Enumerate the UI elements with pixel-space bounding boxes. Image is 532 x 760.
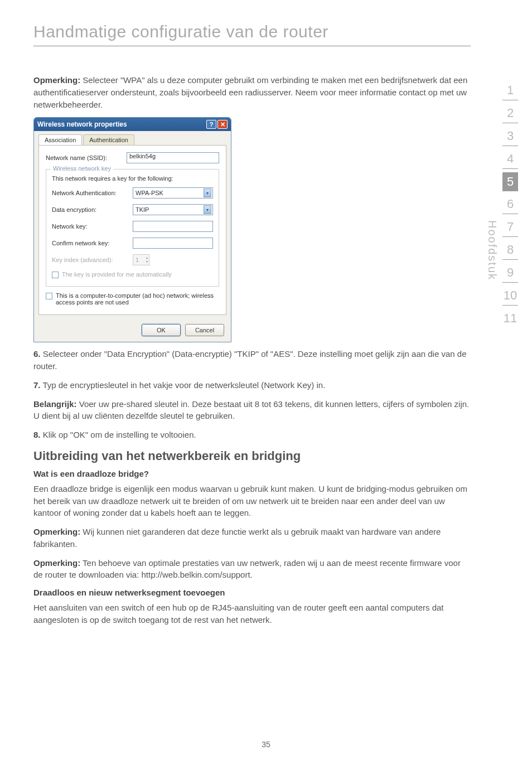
cancel-button[interactable]: Cancel — [185, 324, 224, 336]
chevron-down-icon: ▾ — [204, 205, 211, 214]
side-nav-item-3[interactable]: 3 — [502, 127, 518, 146]
title-underline — [33, 46, 471, 46]
ssid-label: Network name (SSID): — [46, 154, 121, 161]
opmerking-3-text: Ten behoeve van optimale prestaties van … — [33, 558, 461, 580]
adhoc-label: This is a computer-to-computer (ad hoc) … — [56, 292, 219, 306]
side-nav-item-7[interactable]: 7 — [502, 217, 518, 237]
step-7-label: 7. — [33, 380, 41, 390]
fieldset-text: This network requires a key for the foll… — [52, 175, 213, 182]
opmerking-1-text: Selecteer "WPA" als u deze computer gebr… — [33, 75, 467, 109]
spinner-arrows-icon: ▴▾ — [146, 256, 148, 264]
side-nav-item-9[interactable]: 9 — [502, 263, 518, 283]
key-index-value: 1 — [136, 256, 139, 263]
page-number: 35 — [0, 740, 532, 749]
step-6: 6. Selecteer onder "Data Encryption" (Da… — [33, 348, 471, 372]
side-nav-item-4[interactable]: 4 — [502, 149, 518, 169]
dialog-title: Wireless network properties — [37, 120, 127, 128]
confirm-key-label: Confirm network key: — [52, 240, 127, 246]
tabs-row: Association Authentication — [34, 131, 231, 145]
step-7-text: Typ de encryptiesleutel in het vakje voo… — [41, 380, 326, 390]
adhoc-checkbox[interactable] — [46, 293, 52, 299]
fieldset-legend: Wireless network key — [51, 165, 113, 172]
side-nav-item-11[interactable]: 11 — [502, 309, 518, 328]
segment-text: Het aansluiten van een switch of een hub… — [33, 602, 471, 626]
belangrijk-label: Belangrijk: — [33, 399, 77, 409]
titlebar-controls: ? ✕ — [206, 120, 228, 129]
auth-select[interactable]: WPA-PSK ▾ — [133, 187, 213, 199]
opmerking-3-label: Opmerking: — [33, 558, 80, 568]
close-icon[interactable]: ✕ — [217, 120, 228, 129]
step-6-text: Selecteer onder "Data Encryption" (Data-… — [33, 349, 467, 371]
side-nav-item-8[interactable]: 8 — [502, 240, 518, 260]
opmerking-2-label: Opmerking: — [33, 527, 80, 536]
ssid-input[interactable]: belkin54g — [127, 152, 219, 163]
auth-label: Network Authentication: — [52, 190, 127, 196]
step-8-label: 8. — [33, 430, 41, 439]
chevron-down-icon: ▾ — [204, 188, 211, 197]
opmerking-2-text: Wij kunnen niet garanderen dat deze func… — [33, 527, 441, 549]
section-heading: Uitbreiding van het netwerkbereik en bri… — [33, 449, 471, 463]
sub-heading-bridge: Wat is een draadloze bridge? — [33, 469, 471, 478]
side-nav-item-10[interactable]: 10 — [502, 286, 518, 306]
side-nav-item-5[interactable]: 5 — [502, 172, 518, 191]
ok-button[interactable]: OK — [142, 324, 181, 336]
sub-heading-segment: Draadloos en nieuw netwerksegment toevoe… — [33, 588, 471, 597]
side-label: Hoofdstuk — [486, 220, 499, 280]
key-index-label: Key index (advanced): — [52, 256, 127, 263]
dialog-titlebar: Wireless network properties ? ✕ — [34, 118, 231, 131]
page-title: Handmatige configuratie van de router — [33, 22, 471, 41]
side-nav-item-2[interactable]: 2 — [502, 104, 518, 123]
opmerking-2: Opmerking: Wij kunnen niet garanderen da… — [33, 526, 471, 550]
key-index-spinner: 1 ▴▾ — [133, 254, 149, 265]
enc-label: Data encryption: — [52, 206, 127, 213]
confirm-key-input[interactable] — [133, 238, 213, 249]
auth-value: WPA-PSK — [136, 190, 163, 196]
side-nav-item-6[interactable]: 6 — [502, 195, 518, 214]
auto-key-checkbox — [52, 272, 59, 278]
tab-association[interactable]: Association — [38, 134, 82, 145]
belangrijk: Belangrijk: Voer uw pre-shared sleutel i… — [33, 398, 471, 423]
step-8-text: Klik op "OK" om de instelling te voltooi… — [41, 430, 196, 439]
wireless-properties-dialog: Wireless network properties ? ✕ Associat… — [33, 117, 231, 342]
step-6-label: 6. — [33, 349, 41, 359]
network-key-input[interactable] — [133, 221, 213, 232]
network-key-label: Network key: — [52, 223, 127, 230]
side-nav: 1234567891011 — [502, 81, 518, 328]
tab-authentication[interactable]: Authentication — [83, 134, 134, 145]
opmerking-1: Opmerking: Selecteer "WPA" als u deze co… — [33, 74, 471, 110]
wireless-key-fieldset: Wireless network key This network requir… — [46, 169, 219, 287]
enc-select[interactable]: TKIP ▾ — [133, 204, 213, 215]
belangrijk-text: Voer uw pre-shared sleutel in. Deze best… — [33, 399, 469, 421]
opmerking-3: Opmerking: Ten behoeve van optimale pres… — [33, 557, 471, 582]
side-nav-item-1[interactable]: 1 — [502, 81, 518, 100]
enc-value: TKIP — [136, 206, 149, 213]
bridge-text: Een draadloze bridge is eigenlijk een mo… — [33, 483, 471, 519]
tab-panel: Network name (SSID): belkin54g Wireless … — [38, 145, 226, 315]
step-8: 8. Klik op "OK" om de instelling te volt… — [33, 429, 471, 441]
auto-key-label: The key is provided for me automatically — [62, 271, 172, 278]
step-7: 7. Typ de encryptiesleutel in het vakje … — [33, 379, 471, 391]
opmerking-1-label: Opmerking: — [33, 75, 80, 85]
help-icon[interactable]: ? — [206, 120, 216, 129]
